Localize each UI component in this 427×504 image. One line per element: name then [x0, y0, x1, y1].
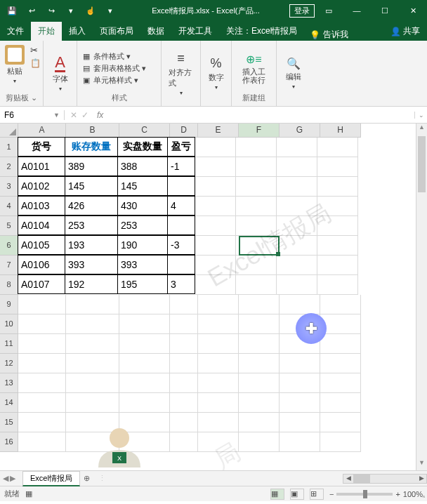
- cell[interactable]: [18, 432, 66, 452]
- cell[interactable]: [198, 314, 239, 334]
- cell[interactable]: [198, 334, 239, 354]
- worksheet-grid[interactable]: A B C D E F G H 12345678910111213141516 …: [0, 124, 427, 470]
- zoom-control[interactable]: − + 100%: [329, 490, 423, 498]
- zoom-in-icon[interactable]: +: [395, 490, 400, 498]
- row-header[interactable]: 16: [0, 432, 18, 452]
- cell[interactable]: [239, 334, 280, 354]
- cell[interactable]: [195, 197, 236, 216]
- cell[interactable]: 145: [65, 176, 118, 196]
- cell[interactable]: [119, 393, 170, 413]
- fx-icon[interactable]: fx: [94, 110, 106, 120]
- cell[interactable]: 190: [117, 235, 168, 255]
- cancel-formula-icon[interactable]: ✕: [70, 110, 77, 120]
- zoom-slider[interactable]: [336, 493, 393, 496]
- cell[interactable]: -3: [167, 235, 195, 255]
- cell[interactable]: 393: [117, 255, 168, 274]
- cell[interactable]: A0103: [18, 196, 65, 215]
- cell[interactable]: [280, 393, 320, 413]
- cell[interactable]: 393: [65, 255, 118, 274]
- cell[interactable]: [18, 334, 66, 354]
- scroll-up-icon[interactable]: ▲: [416, 124, 427, 135]
- horizontal-scrollbar[interactable]: ◀ ▶: [343, 474, 427, 484]
- cell[interactable]: [119, 373, 170, 393]
- undo-icon[interactable]: ↩: [24, 3, 39, 18]
- prev-sheet-icon[interactable]: ◀: [3, 474, 8, 483]
- cell[interactable]: [317, 216, 358, 236]
- cell[interactable]: [317, 256, 358, 275]
- cell[interactable]: [320, 432, 361, 452]
- cell[interactable]: [195, 138, 236, 157]
- cell[interactable]: [317, 197, 358, 216]
- scroll-left-icon[interactable]: ◀: [343, 475, 353, 483]
- cell[interactable]: [236, 236, 277, 256]
- cell[interactable]: [280, 373, 320, 393]
- cell[interactable]: A0107: [18, 274, 65, 294]
- col-header[interactable]: C: [119, 124, 170, 138]
- cell[interactable]: 145: [117, 176, 168, 196]
- cell[interactable]: [18, 354, 66, 373]
- cell[interactable]: [236, 177, 277, 197]
- row-header[interactable]: 14: [0, 393, 18, 413]
- table-format-button[interactable]: ▤套用表格格式 ▾: [81, 62, 146, 74]
- cell[interactable]: 430: [117, 196, 168, 215]
- col-header[interactable]: B: [66, 124, 119, 138]
- scroll-thumb[interactable]: [353, 475, 370, 483]
- cell[interactable]: [167, 176, 195, 196]
- enter-formula-icon[interactable]: ✓: [81, 110, 88, 120]
- cell[interactable]: [277, 236, 317, 256]
- scroll-right-icon[interactable]: ▶: [416, 475, 426, 483]
- row-header[interactable]: 12: [0, 354, 18, 373]
- cell[interactable]: [170, 393, 198, 413]
- zoom-out-icon[interactable]: −: [329, 490, 334, 498]
- cell[interactable]: [195, 157, 236, 177]
- cell[interactable]: 253: [117, 215, 168, 235]
- tab-dev[interactable]: 开发工具: [171, 22, 219, 41]
- cell[interactable]: [66, 295, 119, 314]
- tab-home[interactable]: 开始: [31, 22, 62, 41]
- paste-button[interactable]: 粘贴 ▾: [2, 44, 27, 86]
- conditional-format-button[interactable]: ▦条件格式 ▾: [81, 51, 131, 62]
- login-button[interactable]: 登录: [289, 4, 315, 18]
- row-header[interactable]: 7: [0, 256, 18, 275]
- scroll-thumb[interactable]: [418, 136, 426, 192]
- cell[interactable]: 426: [65, 196, 118, 215]
- cell[interactable]: [198, 354, 239, 373]
- col-header[interactable]: A: [18, 124, 66, 138]
- cell[interactable]: [320, 334, 361, 354]
- share-button[interactable]: 👤 共享: [383, 22, 427, 41]
- cell[interactable]: [317, 138, 358, 157]
- tab-data[interactable]: 数据: [140, 22, 171, 41]
- row-header[interactable]: 13: [0, 373, 18, 393]
- cell[interactable]: [66, 373, 119, 393]
- expand-formula-icon[interactable]: ⌄: [414, 112, 427, 119]
- cell[interactable]: 盈亏: [167, 137, 195, 157]
- save-icon[interactable]: 💾: [4, 3, 20, 18]
- cell[interactable]: [236, 157, 277, 177]
- cell[interactable]: 253: [65, 215, 118, 235]
- cell[interactable]: 4: [167, 196, 195, 215]
- page-layout-icon[interactable]: ▣: [290, 489, 304, 500]
- cell[interactable]: [170, 432, 198, 452]
- cut-icon[interactable]: ✂: [30, 45, 41, 55]
- insert-row-button[interactable]: ⊕≡ 插入工作表行: [236, 51, 272, 86]
- row-header[interactable]: 6: [0, 236, 18, 256]
- cell[interactable]: [119, 314, 170, 334]
- maximize-icon[interactable]: ☐: [371, 0, 399, 21]
- cell[interactable]: [170, 354, 198, 373]
- tab-file[interactable]: 文件: [0, 22, 31, 41]
- cell[interactable]: [280, 413, 320, 432]
- cell[interactable]: [239, 354, 280, 373]
- page-break-icon[interactable]: ⊞: [310, 489, 324, 500]
- cell[interactable]: [195, 256, 236, 275]
- tab-attention[interactable]: 关注：Excel情报局: [219, 22, 304, 41]
- vertical-scrollbar[interactable]: ▲ ▼: [416, 124, 427, 470]
- cell[interactable]: [239, 295, 280, 314]
- cell[interactable]: [119, 354, 170, 373]
- row-header[interactable]: 3: [0, 177, 18, 197]
- qat-dropdown-icon[interactable]: ▾: [103, 3, 118, 18]
- cell[interactable]: [277, 275, 317, 295]
- cell[interactable]: [317, 157, 358, 177]
- cell[interactable]: [167, 255, 195, 274]
- row-header[interactable]: 11: [0, 334, 18, 354]
- cell[interactable]: [317, 275, 358, 295]
